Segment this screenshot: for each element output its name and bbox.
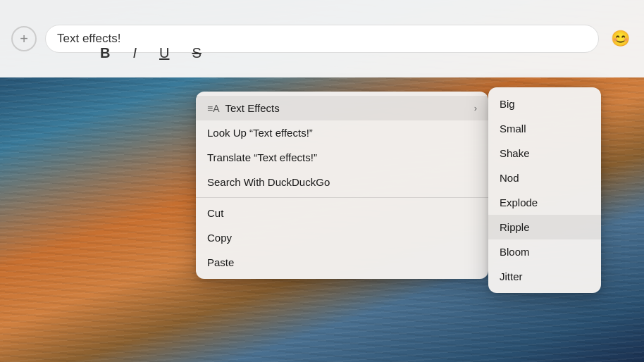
effect-jitter[interactable]: Jitter — [488, 264, 601, 289]
text-effects-label: Text Effects — [225, 102, 280, 114]
add-button[interactable]: + — [11, 26, 37, 51]
effect-shake[interactable]: Shake — [488, 141, 601, 166]
copy-label: Copy — [207, 232, 232, 244]
translate-menu-item[interactable]: Translate “Text effects!” — [196, 145, 488, 170]
look-up-menu-item[interactable]: Look Up “Text effects!” — [196, 120, 488, 145]
submenu-chevron-icon: › — [474, 103, 477, 113]
search-duckduckgo-menu-item[interactable]: Search With DuckDuckGo — [196, 170, 488, 194]
translate-label: Translate “Text effects!” — [207, 151, 317, 163]
effect-nod[interactable]: Nod — [488, 166, 601, 190]
text-effects-icon: ≡A — [207, 103, 220, 114]
emoji-button[interactable]: 😊 — [607, 26, 633, 51]
effect-explode[interactable]: Explode — [488, 190, 601, 215]
search-duckduckgo-label: Search With DuckDuckGo — [207, 176, 330, 188]
plus-icon: + — [20, 31, 28, 47]
effect-big[interactable]: Big — [488, 92, 601, 116]
text-effects-menu-item[interactable]: ≡A Text Effects › — [196, 96, 488, 120]
top-bar: + 😊 — [0, 0, 644, 77]
look-up-label: Look Up “Text effects!” — [207, 127, 313, 139]
menu-divider-1 — [196, 197, 488, 198]
effect-ripple[interactable]: Ripple — [488, 215, 601, 239]
cut-label: Cut — [207, 207, 223, 219]
text-effects-submenu: Big Small Shake Nod Explode Ripple Bloom… — [488, 87, 601, 293]
italic-button[interactable]: I — [130, 42, 140, 64]
emoji-icon: 😊 — [611, 30, 630, 48]
strikethrough-button[interactable]: S — [189, 42, 204, 64]
paste-menu-item[interactable]: Paste — [196, 250, 488, 275]
text-effects-left: ≡A Text Effects — [207, 102, 280, 114]
context-menu: ≡A Text Effects › Look Up “Text effects!… — [196, 92, 488, 279]
underline-button[interactable]: U — [156, 42, 172, 64]
effect-small[interactable]: Small — [488, 116, 601, 141]
copy-menu-item[interactable]: Copy — [196, 225, 488, 250]
effect-bloom[interactable]: Bloom — [488, 239, 601, 264]
format-bar: B I U S — [89, 42, 213, 64]
paste-label: Paste — [207, 256, 234, 268]
cut-menu-item[interactable]: Cut — [196, 201, 488, 225]
bold-button[interactable]: B — [97, 42, 113, 64]
